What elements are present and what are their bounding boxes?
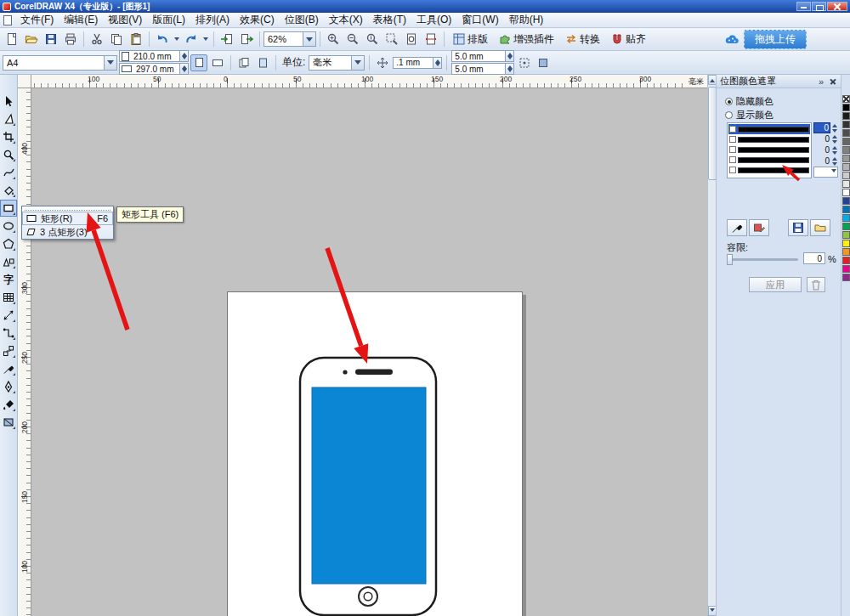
undo-button[interactable] (153, 30, 172, 48)
outline-pen-tool[interactable] (0, 378, 17, 395)
snap-options-button[interactable] (516, 54, 533, 71)
hide-colors-option[interactable]: 隐藏颜色 (725, 95, 774, 108)
menu-tools[interactable]: 工具(O) (411, 11, 456, 29)
nudge-field[interactable]: .1 mm (393, 57, 442, 69)
palette-color-swatch[interactable] (842, 146, 850, 154)
zoom-to-page-button[interactable] (402, 30, 421, 48)
table-tool[interactable] (0, 289, 17, 306)
hruler[interactable]: 毫米 10050050100150200250300 (31, 75, 707, 88)
redo-button[interactable] (182, 30, 201, 48)
export-button[interactable] (237, 30, 256, 48)
page-height-field[interactable]: 297.0 mm (119, 63, 189, 75)
interactive-fill-tool[interactable] (0, 414, 17, 431)
polygon-tool[interactable] (0, 235, 17, 252)
basic-shapes-tool[interactable] (0, 253, 17, 270)
drag-upload-button[interactable]: 拖拽上传 (744, 30, 807, 49)
palette-color-swatch[interactable] (842, 189, 850, 196)
current-page-button[interactable] (254, 54, 271, 71)
phone-drawing[interactable] (228, 292, 524, 616)
mask-value-dropdown[interactable] (813, 167, 838, 178)
vruler[interactable]: 400350300250200150100 (18, 88, 31, 616)
typeset-button[interactable]: 排版 (448, 30, 493, 49)
palette-color-swatch[interactable] (842, 206, 850, 213)
ruler-corner[interactable] (18, 75, 31, 88)
minimize-button[interactable] (796, 2, 811, 11)
portrait-button[interactable] (190, 54, 207, 71)
document-icon[interactable] (3, 15, 12, 25)
plugins-button[interactable]: 增强插件 (494, 30, 559, 49)
drawing-page[interactable] (227, 291, 523, 616)
docker-flyout-button[interactable]: » (816, 76, 826, 87)
menu-help[interactable]: 帮助(H) (504, 11, 549, 29)
combo-arrow[interactable] (104, 56, 116, 70)
menu-view[interactable]: 视图(V) (103, 11, 147, 29)
page-height-spinner[interactable] (179, 64, 188, 74)
save-button[interactable] (42, 30, 60, 48)
new-button[interactable] (3, 30, 21, 48)
combo-arrow[interactable] (351, 56, 364, 70)
docker-close-icon[interactable] (828, 76, 837, 86)
tolerance-slider[interactable] (727, 258, 798, 261)
menu-layout[interactable]: 版面(L) (147, 11, 190, 29)
mask-value-field[interactable]: 0 (813, 155, 838, 167)
edit-color-button[interactable] (749, 219, 769, 236)
palette-color-swatch[interactable] (842, 240, 850, 247)
paste-button[interactable] (127, 30, 145, 48)
units-combo[interactable]: 毫米 (309, 55, 365, 71)
mask-color-list[interactable] (727, 122, 812, 178)
rectangle-tool[interactable] (0, 200, 17, 217)
menu-arrange[interactable]: 排列(A) (190, 11, 235, 29)
duplicate-y-field[interactable]: 5.0 mm (451, 63, 514, 75)
connector-tool[interactable] (0, 325, 17, 342)
all-pages-button[interactable] (235, 54, 252, 71)
vertical-scrollbar[interactable] (707, 75, 716, 616)
print-button[interactable] (61, 30, 80, 48)
smart-fill-tool[interactable] (0, 182, 17, 199)
mask-color-row[interactable] (728, 124, 810, 134)
palette-color-swatch[interactable] (842, 163, 850, 171)
shape-tool[interactable] (0, 110, 17, 127)
palette-color-swatch[interactable] (842, 257, 850, 264)
duplicate-x-field[interactable]: 5.0 mm (451, 50, 514, 62)
convert-button[interactable]: 转换 (560, 30, 605, 49)
cloud-icon[interactable] (724, 32, 740, 46)
palette-color-swatch[interactable] (842, 265, 850, 273)
palette-color-swatch[interactable] (842, 138, 850, 145)
zoom-level-combo[interactable]: 62% (264, 31, 316, 47)
mask-color-row[interactable] (728, 144, 810, 155)
zoom-in-button[interactable] (324, 30, 343, 48)
flyout-item-3point-rectangle[interactable]: 3 点矩形(3) (22, 225, 113, 239)
color-selector-button[interactable] (727, 219, 747, 236)
paper-size-combo[interactable]: A4 (3, 55, 117, 71)
mask-row-checkbox[interactable] (729, 126, 736, 133)
slider-thumb[interactable] (727, 254, 733, 265)
menu-window[interactable]: 窗口(W) (456, 11, 503, 29)
palette-color-swatch[interactable] (842, 155, 850, 162)
save-mask-button[interactable] (788, 219, 808, 236)
palette-color-swatch[interactable] (842, 95, 850, 103)
zoom-to-selection-button[interactable] (382, 30, 401, 48)
tolerance-field[interactable]: 0 (803, 252, 825, 264)
apply-button[interactable]: 应用 (749, 277, 802, 292)
treat-as-filled-button[interactable] (535, 54, 552, 71)
palette-color-swatch[interactable] (842, 214, 850, 222)
crop-tool[interactable] (0, 128, 17, 145)
open-button[interactable] (22, 30, 41, 48)
mask-row-checkbox[interactable] (729, 167, 736, 173)
landscape-button[interactable] (209, 54, 226, 71)
palette-color-swatch[interactable] (842, 180, 850, 188)
phone-speaker-slot[interactable] (355, 370, 393, 376)
phone-home-button[interactable] (359, 587, 377, 606)
palette-color-swatch[interactable] (842, 112, 850, 120)
delete-mask-button[interactable] (807, 277, 825, 292)
mask-color-row[interactable] (728, 134, 810, 144)
menu-effects[interactable]: 效果(C) (235, 11, 280, 29)
undo-dropdown-arrow[interactable] (173, 30, 181, 48)
blend-tool[interactable] (0, 342, 17, 359)
flyout-grip[interactable] (25, 207, 110, 211)
cut-button[interactable] (88, 30, 106, 48)
palette-color-swatch[interactable] (842, 274, 850, 281)
zoom-out-button[interactable] (343, 30, 362, 48)
phone-camera-dot[interactable] (343, 370, 347, 374)
text-tool[interactable]: 字 (0, 271, 17, 288)
